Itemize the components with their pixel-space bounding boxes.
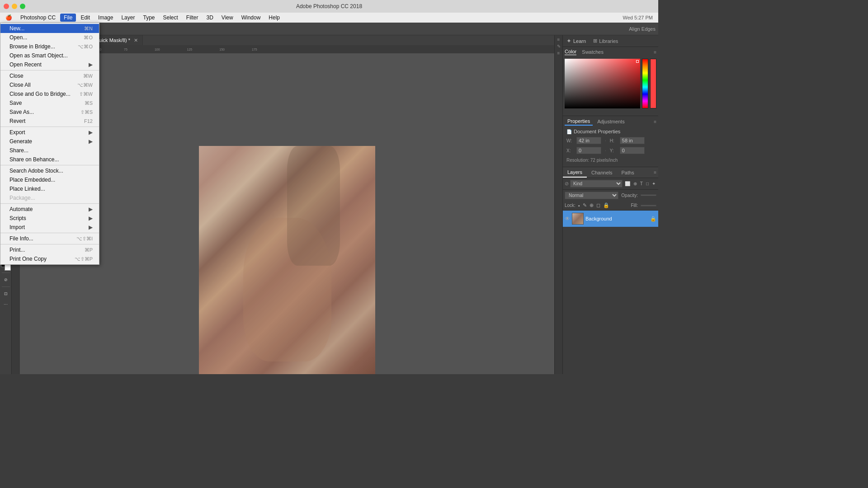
hue-slider[interactable] bbox=[642, 59, 648, 108]
tool-extra[interactable]: ⋯ bbox=[1, 300, 11, 310]
menu-open[interactable]: Open... ⌘O bbox=[0, 33, 99, 42]
layer-tool-type[interactable]: T bbox=[639, 181, 644, 187]
layers-tab[interactable]: Layers bbox=[563, 168, 587, 178]
menu-scripts[interactable]: Scripts ▶ bbox=[0, 214, 99, 223]
photo-document bbox=[199, 146, 375, 374]
menu-automate[interactable]: Automate ▶ bbox=[0, 205, 99, 214]
layers-menu[interactable]: ≡ bbox=[652, 168, 658, 177]
mini-icon-1[interactable]: ≡ bbox=[557, 37, 560, 42]
properties-tab[interactable]: Properties bbox=[565, 117, 593, 126]
right-panel: ✦ Learn ⊞ Libraries Color Swatches ≡ bbox=[562, 35, 658, 374]
tool-quick-mask[interactable]: ⊘ bbox=[1, 275, 11, 285]
menu-save-as[interactable]: Save As... ⇧⌘S bbox=[0, 108, 99, 117]
menu-select[interactable]: Select bbox=[159, 14, 181, 22]
paths-tab[interactable]: Paths bbox=[617, 168, 639, 177]
mini-panel-strip: ≡ ✎ ≡ bbox=[554, 35, 562, 374]
learn-tab[interactable]: ✦ Learn bbox=[563, 38, 590, 44]
opacity-slider-color[interactable] bbox=[650, 59, 656, 108]
adjustments-tab[interactable]: Adjustments bbox=[594, 118, 627, 125]
menu-close-goto-bridge[interactable]: Close and Go to Bridge... ⇧⌘W bbox=[0, 89, 99, 99]
lock-artboard[interactable]: ◻ bbox=[596, 202, 600, 208]
menu-open-smart[interactable]: Open as Smart Object... bbox=[0, 51, 99, 60]
menu-edit[interactable]: Edit bbox=[77, 14, 94, 22]
h-value[interactable]: 58 in bbox=[620, 137, 645, 144]
menu-print[interactable]: Print... ⌘P bbox=[0, 245, 99, 254]
doc-properties-header: 📄 Document Properties bbox=[563, 127, 658, 136]
lock-position[interactable]: ⊕ bbox=[590, 202, 594, 208]
y-value[interactable]: 0 bbox=[620, 147, 645, 154]
layer-tool-smart[interactable]: ✦ bbox=[651, 181, 656, 187]
menu-import[interactable]: Import ▶ bbox=[0, 223, 99, 232]
tab-close-icon[interactable]: ✕ bbox=[134, 38, 138, 43]
menu-export[interactable]: Export ▶ bbox=[0, 128, 99, 137]
w-label: W: bbox=[566, 138, 573, 143]
menu-type[interactable]: Type bbox=[139, 14, 158, 22]
tool-screen-mode[interactable]: ⊡ bbox=[1, 289, 11, 299]
swatches-tab[interactable]: Swatches bbox=[582, 49, 604, 55]
menu-view[interactable]: View bbox=[218, 14, 237, 22]
mini-icon-2[interactable]: ✎ bbox=[557, 44, 561, 49]
color-panel-menu[interactable]: ≡ bbox=[654, 50, 656, 55]
doc-properties-label: Document Properties bbox=[574, 129, 620, 134]
menu-save[interactable]: Save ⌘S bbox=[0, 99, 99, 108]
color-gradient-picker[interactable] bbox=[565, 59, 640, 108]
layer-tool-pixel[interactable]: ⬜ bbox=[624, 181, 631, 187]
menu-apple[interactable]: 🍎 bbox=[2, 14, 16, 22]
opacity-value[interactable] bbox=[641, 194, 656, 196]
layers-tab-bar: Layers Channels Paths ≡ bbox=[563, 167, 658, 178]
menu-new[interactable]: New... ⌘N bbox=[0, 24, 99, 33]
menu-file-info[interactable]: File Info... ⌥⇧⌘I bbox=[0, 234, 99, 243]
menu-browse-bridge[interactable]: Browse in Bridge... ⌥⌘O bbox=[0, 42, 99, 51]
menu-generate[interactable]: Generate ▶ bbox=[0, 137, 99, 146]
opacity-label: Opacity: bbox=[621, 193, 638, 198]
menu-image[interactable]: Image bbox=[94, 14, 117, 22]
layer-tool-adjust[interactable]: ⊕ bbox=[632, 181, 638, 187]
menu-layer[interactable]: Layer bbox=[118, 14, 138, 22]
x-value[interactable]: 0 bbox=[576, 147, 601, 154]
ruler-horizontal: 25 25 0 25 50 75 100 125 150 175 bbox=[20, 45, 554, 53]
layers-lock-row: Lock: ▪ ✎ ⊕ ◻ 🔒 Fill: bbox=[563, 201, 658, 211]
menu-revert[interactable]: Revert F12 bbox=[0, 117, 99, 126]
menu-open-recent[interactable]: Open Recent ▶ bbox=[0, 60, 99, 69]
menu-close[interactable]: Close ⌘W bbox=[0, 71, 99, 80]
menu-place-embedded[interactable]: Place Embedded... bbox=[0, 175, 99, 184]
menu-help[interactable]: Help bbox=[265, 14, 283, 22]
layer-visibility-eye[interactable]: 👁 bbox=[565, 216, 570, 222]
color-tab[interactable]: Color bbox=[565, 49, 576, 55]
menu-3d[interactable]: 3D bbox=[203, 14, 217, 22]
menu-share[interactable]: Share... bbox=[0, 146, 99, 155]
layer-item-background[interactable]: 👁 Background 🔒 bbox=[563, 211, 658, 227]
menu-photoshop[interactable]: Photoshop CC bbox=[17, 14, 59, 22]
lock-transparent[interactable]: ▪ bbox=[578, 203, 580, 208]
menu-filter[interactable]: Filter bbox=[183, 14, 202, 22]
layers-panel: Layers Channels Paths ≡ ⊘ Kind ⬜ ⊕ T □ ✦ bbox=[563, 167, 658, 374]
y-label: Y: bbox=[610, 148, 616, 153]
layers-filter-toolbar: ⊘ Kind ⬜ ⊕ T □ ✦ bbox=[563, 178, 658, 190]
libraries-icon: ⊞ bbox=[593, 38, 597, 44]
menu-place-linked[interactable]: Place Linked... bbox=[0, 184, 99, 193]
props-xy-row: X: 0 · Y: 0 bbox=[563, 146, 658, 155]
properties-menu[interactable]: ≡ bbox=[654, 119, 656, 124]
minimize-button[interactable] bbox=[12, 4, 17, 9]
fill-value[interactable] bbox=[641, 205, 656, 206]
libraries-tab[interactable]: ⊞ Libraries bbox=[590, 38, 622, 44]
w-value[interactable]: 42 in bbox=[576, 137, 601, 144]
channels-tab[interactable]: Channels bbox=[587, 168, 617, 177]
layer-kind-select[interactable]: Kind bbox=[570, 180, 623, 188]
mini-icon-3[interactable]: ≡ bbox=[557, 51, 560, 56]
blend-mode-select[interactable]: Normal bbox=[565, 192, 618, 199]
separator-6 bbox=[0, 244, 99, 244]
learn-icon: ✦ bbox=[566, 38, 571, 44]
maximize-button[interactable] bbox=[20, 4, 25, 9]
menu-close-all[interactable]: Close All ⌥⌘W bbox=[0, 80, 99, 89]
close-button[interactable] bbox=[4, 4, 9, 9]
menu-window[interactable]: Window bbox=[238, 14, 264, 22]
lock-image[interactable]: ✎ bbox=[583, 202, 587, 208]
menu-share-behance[interactable]: Share on Behance... bbox=[0, 155, 99, 164]
menu-print-one-copy[interactable]: Print One Copy ⌥⇧⌘P bbox=[0, 254, 99, 263]
layer-tool-shape[interactable]: □ bbox=[645, 181, 650, 187]
layers-list: 👁 Background 🔒 bbox=[563, 211, 658, 374]
lock-all[interactable]: 🔒 bbox=[603, 202, 609, 208]
menu-search-adobe-stock[interactable]: Search Adobe Stock... bbox=[0, 166, 99, 175]
menu-file[interactable]: File bbox=[60, 14, 76, 22]
